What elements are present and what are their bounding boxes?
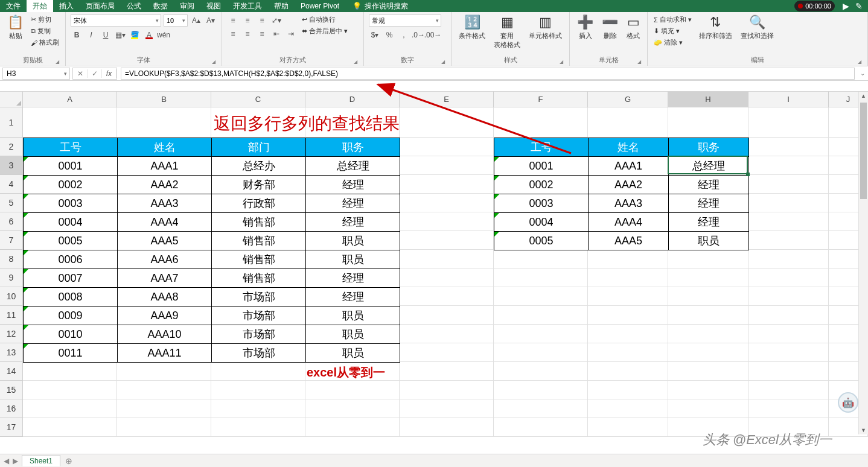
vertical-scrollbar[interactable]: ▲ ▼ xyxy=(858,92,868,434)
grow-font-button[interactable]: A▴ xyxy=(190,14,202,27)
underline-button[interactable]: U xyxy=(100,29,112,41)
format-cells-button[interactable]: ▭格式 xyxy=(624,14,642,40)
scrollbar-thumb[interactable] xyxy=(860,103,867,199)
bold-button[interactable]: B xyxy=(71,29,83,41)
sheet-nav[interactable]: ◀▶ xyxy=(0,457,22,465)
row-header-5[interactable]: 5 xyxy=(0,194,23,212)
clear-button[interactable]: 🧽清除 ▾ xyxy=(653,37,693,48)
enter-formula-button[interactable]: ✓ xyxy=(88,69,102,78)
edit-icon[interactable]: ✎ xyxy=(855,1,863,11)
autosum-button[interactable]: Σ自动求和 ▾ xyxy=(653,14,693,25)
scroll-down-icon[interactable]: ▼ xyxy=(859,427,868,433)
sort-filter-button[interactable]: ⇅排序和筛选 xyxy=(697,14,735,40)
indent-dec-button[interactable]: ⇤ xyxy=(270,28,282,40)
row-header-6[interactable]: 6 xyxy=(0,212,23,231)
shrink-font-button[interactable]: A▾ xyxy=(205,14,217,27)
indent-inc-button[interactable]: ⇥ xyxy=(285,28,297,40)
ribbon-tab-7[interactable]: 视图 xyxy=(200,0,227,12)
row-header-13[interactable]: 13 xyxy=(0,343,23,362)
font-name-select[interactable]: 宋体 xyxy=(71,14,161,27)
col-header-C[interactable]: C xyxy=(211,92,305,107)
align-left-button[interactable]: ≡ xyxy=(227,28,239,40)
dec-decimal-button[interactable]: .00→ xyxy=(427,29,439,41)
border-button[interactable]: ▦▾ xyxy=(114,29,126,41)
orientation-button[interactable]: ⤢▾ xyxy=(270,14,282,27)
row-header-2[interactable]: 2 xyxy=(0,138,23,156)
play-icon[interactable]: ▶ xyxy=(843,1,849,11)
number-format-select[interactable]: 常规 xyxy=(369,14,441,27)
paste-button[interactable]: 📋 粘贴 xyxy=(5,14,26,40)
col-header-I[interactable]: I xyxy=(748,92,829,107)
ribbon-tab-1[interactable]: 开始 xyxy=(27,0,53,12)
fill-color-button[interactable]: 🪣 xyxy=(129,29,141,41)
col-header-E[interactable]: E xyxy=(400,92,494,107)
ribbon-tab-5[interactable]: 数据 xyxy=(147,0,174,12)
expand-formula-button[interactable]: ⌄ xyxy=(857,70,868,77)
col-header-D[interactable]: D xyxy=(305,92,400,107)
align-middle-button[interactable]: ≡ xyxy=(241,14,254,27)
align-right-button[interactable]: ≡ xyxy=(256,28,268,40)
font-size-select[interactable]: 10 xyxy=(164,14,188,27)
row-header-8[interactable]: 8 xyxy=(0,250,23,268)
ribbon-tab-3[interactable]: 页面布局 xyxy=(80,0,121,12)
inc-decimal-button[interactable]: .0→ xyxy=(412,29,424,41)
ribbon-tab-0[interactable]: 文件 xyxy=(0,0,27,12)
row-header-10[interactable]: 10 xyxy=(0,287,23,306)
recorder-widget[interactable]: 00:00:00 xyxy=(794,1,835,11)
align-top-button[interactable]: ≡ xyxy=(227,14,239,27)
accounting-button[interactable]: $▾ xyxy=(369,29,381,41)
row-header-14[interactable]: 14 xyxy=(0,362,23,381)
row-header-11[interactable]: 11 xyxy=(0,306,23,325)
col-header-A[interactable]: A xyxy=(23,92,117,107)
tell-me-search[interactable]: 💡操作说明搜索 xyxy=(345,1,408,11)
wrap-text-button[interactable]: ↩自动换行 xyxy=(301,14,349,25)
merge-center-button[interactable]: ⬌合并后居中 ▾ xyxy=(301,26,349,36)
font-color-button[interactable]: A xyxy=(143,29,155,41)
row-header-15[interactable]: 15 xyxy=(0,381,23,399)
fill-button[interactable]: ⬇填充 ▾ xyxy=(653,26,693,36)
percent-button[interactable]: % xyxy=(383,29,395,41)
name-box[interactable]: H3 xyxy=(2,68,70,80)
worksheet-grid[interactable]: 1234567891011121314151617 ABCDEFGHIJ 返回多… xyxy=(0,92,868,448)
format-painter-button[interactable]: 🖌格式刷 xyxy=(30,37,60,48)
row-header-3[interactable]: 3 xyxy=(0,156,23,175)
align-center-button[interactable]: ≡ xyxy=(241,28,254,40)
row-header-16[interactable]: 16 xyxy=(0,399,23,418)
formula-input[interactable]: =VLOOKUP($F3,$A$2:$D$13,MATCH(H$2,$A$2:$… xyxy=(121,68,855,80)
col-header-F[interactable]: F xyxy=(494,92,588,107)
ribbon-tab-4[interactable]: 公式 xyxy=(121,0,147,12)
col-header-H[interactable]: H xyxy=(668,92,748,107)
ribbon-tab-8[interactable]: 开发工具 xyxy=(227,0,268,12)
ribbon-tab-9[interactable]: 帮助 xyxy=(268,0,295,12)
conditional-format-button[interactable]: 🔢条件格式 xyxy=(456,14,488,40)
insert-function-button[interactable]: fx xyxy=(102,69,116,78)
phonetic-button[interactable]: wén xyxy=(158,29,170,41)
sheet-tab[interactable]: Sheet1 xyxy=(22,455,60,466)
delete-cells-button[interactable]: ➖删除 xyxy=(599,14,621,40)
cut-button[interactable]: ✂剪切 xyxy=(30,14,60,25)
cancel-formula-button[interactable]: ✕ xyxy=(73,69,88,78)
row-header-12[interactable]: 12 xyxy=(0,325,23,343)
row-header-4[interactable]: 4 xyxy=(0,175,23,194)
insert-cells-button[interactable]: ➕插入 xyxy=(575,14,596,40)
row-header-9[interactable]: 9 xyxy=(0,268,23,287)
row-header-7[interactable]: 7 xyxy=(0,231,23,250)
sort-icon: ⇅ xyxy=(710,14,721,30)
ribbon-tab-6[interactable]: 审阅 xyxy=(174,0,200,12)
add-sheet-button[interactable]: ⊕ xyxy=(60,456,77,466)
col-header-B[interactable]: B xyxy=(117,92,211,107)
comma-button[interactable]: , xyxy=(398,29,410,41)
table-format-button[interactable]: ▦套用 表格格式 xyxy=(491,14,523,49)
copy-button[interactable]: ⧉复制 xyxy=(30,26,60,36)
cell-styles-button[interactable]: ▥单元格样式 xyxy=(526,14,564,40)
col-header-G[interactable]: G xyxy=(588,92,668,107)
row-header-1[interactable]: 1 xyxy=(0,107,23,138)
find-select-button[interactable]: 🔍查找和选择 xyxy=(738,14,776,40)
select-all-corner[interactable] xyxy=(0,92,23,107)
italic-button[interactable]: I xyxy=(85,29,97,41)
align-bottom-button[interactable]: ≡ xyxy=(256,14,268,27)
ribbon-tab-2[interactable]: 插入 xyxy=(53,0,80,12)
ribbon-tab-10[interactable]: Power Pivot xyxy=(295,0,345,12)
row-header-17[interactable]: 17 xyxy=(0,418,23,437)
scroll-up-icon[interactable]: ▲ xyxy=(859,93,868,99)
